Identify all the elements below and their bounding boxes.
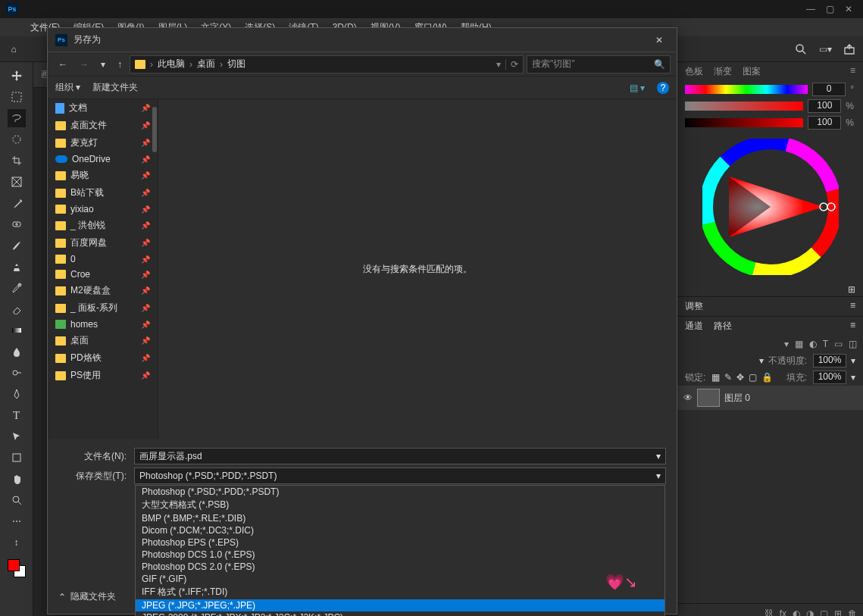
fill-adjust-icon[interactable]: ◑ bbox=[806, 608, 814, 616]
workspace-icon[interactable]: ▭▾ bbox=[818, 42, 833, 57]
pin-icon[interactable]: 📌 bbox=[141, 336, 150, 345]
history-brush-tool[interactable] bbox=[8, 279, 26, 297]
gradient-tool[interactable] bbox=[8, 321, 26, 339]
clone-tool[interactable] bbox=[8, 258, 26, 276]
nav-forward-icon[interactable]: → bbox=[75, 56, 93, 73]
group-icon[interactable]: ▢ bbox=[820, 608, 828, 616]
lock-paint-icon[interactable]: ✎ bbox=[724, 372, 732, 383]
hue-slider[interactable] bbox=[685, 85, 808, 94]
fill-value[interactable]: 100% bbox=[813, 371, 846, 384]
sidebar-item[interactable]: Croe📌 bbox=[48, 267, 158, 282]
path-select-tool[interactable] bbox=[8, 427, 26, 446]
panel-menu-icon-2[interactable]: ≡ bbox=[850, 300, 855, 313]
move-tool[interactable] bbox=[8, 67, 26, 85]
panel-menu-icon[interactable]: ≡ bbox=[850, 65, 855, 78]
hand-tool[interactable] bbox=[8, 470, 26, 488]
pin-icon[interactable]: 📌 bbox=[141, 221, 150, 230]
more-tools[interactable]: ⋯ bbox=[8, 512, 26, 530]
tab-swatches[interactable]: 色板 bbox=[685, 65, 703, 78]
bri-value[interactable]: 100 bbox=[808, 116, 841, 130]
heal-tool[interactable] bbox=[8, 215, 26, 233]
pin-icon[interactable]: 📌 bbox=[141, 104, 150, 112]
sidebar-item[interactable]: _ 面板-系列📌 bbox=[48, 299, 158, 317]
layer-type-icon[interactable]: T bbox=[823, 339, 828, 349]
nav-back-icon[interactable]: ← bbox=[54, 56, 72, 73]
eyedropper-tool[interactable] bbox=[8, 194, 26, 212]
filename-input[interactable]: 画屏显示器.psd▾ bbox=[134, 448, 666, 464]
blur-tool[interactable] bbox=[8, 342, 26, 361]
filetype-option[interactable]: BMP (*.BMP;*.RLE;*.DIB) bbox=[136, 512, 664, 524]
bri-slider[interactable] bbox=[685, 118, 803, 127]
address-bar[interactable]: ›此电脑 ›桌面 ›切图 ▾ ⟳ bbox=[130, 55, 524, 73]
sidebar-item[interactable]: 桌面文件📌 bbox=[48, 117, 158, 134]
savetype-select[interactable]: Photoshop (*.PSD;*.PDD;*.PSDT)▾ Photosho… bbox=[134, 467, 666, 484]
color-wheel[interactable] bbox=[702, 139, 839, 275]
marquee-tool[interactable] bbox=[8, 88, 26, 106]
sidebar-item[interactable]: PS使用📌 bbox=[48, 367, 158, 384]
filetype-option[interactable]: JPEG 2000 (*.JPF;*.JPX;*.JP2;*.J2C;*.J2K… bbox=[136, 611, 664, 616]
filter-icon[interactable]: ▾ bbox=[784, 339, 789, 349]
tab-gradients[interactable]: 渐变 bbox=[714, 65, 732, 78]
pin-icon[interactable]: 📌 bbox=[141, 371, 150, 380]
sidebar-item[interactable]: yixiao📌 bbox=[48, 202, 158, 217]
pin-icon[interactable]: 📌 bbox=[141, 354, 150, 362]
new-folder-button[interactable]: 新建文件夹 bbox=[92, 81, 138, 94]
pin-icon[interactable]: 📌 bbox=[141, 205, 150, 214]
sat-slider[interactable] bbox=[685, 102, 803, 111]
mask-icon[interactable]: ◐ bbox=[793, 608, 800, 616]
pin-icon[interactable]: 📌 bbox=[141, 321, 150, 329]
add-swatch-icon[interactable]: ⊞ bbox=[677, 283, 863, 296]
brush-tool[interactable] bbox=[8, 236, 26, 255]
layer-image-icon[interactable]: ▦ bbox=[795, 339, 803, 349]
breadcrumb-seg1[interactable]: 桌面 bbox=[197, 58, 215, 70]
opacity-value[interactable]: 100% bbox=[813, 354, 846, 367]
color-swatch[interactable] bbox=[8, 559, 26, 577]
type-tool[interactable]: T bbox=[8, 406, 26, 424]
filetype-option[interactable]: IFF 格式 (*.IFF;*.TDI) bbox=[136, 585, 664, 599]
layer-smart-icon[interactable]: ◫ bbox=[849, 339, 857, 349]
pen-tool[interactable] bbox=[8, 385, 26, 403]
pin-icon[interactable]: 📌 bbox=[141, 304, 150, 312]
sidebar-item[interactable]: OneDrive📌 bbox=[48, 152, 158, 167]
nav-up-icon[interactable]: ↑ bbox=[113, 56, 127, 73]
help-icon[interactable]: ? bbox=[657, 82, 669, 94]
lasso-tool[interactable] bbox=[8, 109, 26, 127]
hue-value[interactable]: 0 bbox=[812, 83, 846, 96]
visibility-icon[interactable]: 👁 bbox=[683, 392, 693, 403]
lock-all-icon[interactable]: 🔒 bbox=[761, 372, 773, 383]
sidebar-item[interactable]: 易晓📌 bbox=[48, 167, 158, 184]
edit-toolbar[interactable]: ↕ bbox=[8, 533, 26, 552]
sidebar-item[interactable]: 桌面📌 bbox=[48, 332, 158, 349]
sidebar-item[interactable]: M2硬盘盒📌 bbox=[48, 282, 158, 299]
share-icon[interactable] bbox=[842, 42, 857, 57]
filetype-option[interactable]: Photoshop DCS 2.0 (*.EPS) bbox=[136, 561, 664, 573]
close-button[interactable]: ✕ bbox=[845, 4, 852, 14]
organize-button[interactable]: 组织 ▾ bbox=[55, 81, 80, 94]
pin-icon[interactable]: 📌 bbox=[141, 239, 150, 247]
delete-layer-icon[interactable]: 🗑 bbox=[848, 608, 857, 616]
pin-icon[interactable]: 📌 bbox=[141, 139, 150, 147]
sidebar-item[interactable]: homes📌 bbox=[48, 317, 158, 332]
refresh-icon[interactable]: ⟳ bbox=[505, 59, 518, 70]
filetype-option[interactable]: 大型文档格式 (*.PSB) bbox=[136, 498, 664, 512]
sidebar-item[interactable]: 0📌 bbox=[48, 252, 158, 267]
zoom-tool[interactable] bbox=[8, 491, 26, 509]
filetype-option[interactable]: Photoshop EPS (*.EPS) bbox=[136, 536, 664, 549]
frame-tool[interactable] bbox=[8, 173, 26, 191]
search-icon[interactable] bbox=[793, 42, 808, 57]
pin-icon[interactable]: 📌 bbox=[141, 155, 150, 164]
layer-adjust-icon[interactable]: ◐ bbox=[809, 339, 817, 349]
dialog-close-button[interactable]: ✕ bbox=[649, 32, 669, 48]
filetype-option[interactable]: Photoshop (*.PSD;*.PDD;*.PSDT) bbox=[136, 486, 664, 498]
tab-channels[interactable]: 通道 bbox=[685, 320, 703, 333]
filetype-option[interactable]: JPEG (*.JPG;*.JPEG;*.JPE) bbox=[136, 599, 664, 611]
layer-shape-icon[interactable]: ▭ bbox=[834, 339, 843, 349]
pin-icon[interactable]: 📌 bbox=[141, 171, 150, 180]
pin-icon[interactable]: 📌 bbox=[141, 270, 150, 279]
crop-tool[interactable] bbox=[8, 152, 26, 170]
scrollbar-thumb[interactable] bbox=[152, 107, 157, 152]
dodge-tool[interactable] bbox=[8, 364, 26, 382]
tab-patterns[interactable]: 图案 bbox=[743, 65, 761, 78]
pin-icon[interactable]: 📌 bbox=[141, 121, 150, 130]
minimize-button[interactable]: — bbox=[806, 4, 815, 14]
